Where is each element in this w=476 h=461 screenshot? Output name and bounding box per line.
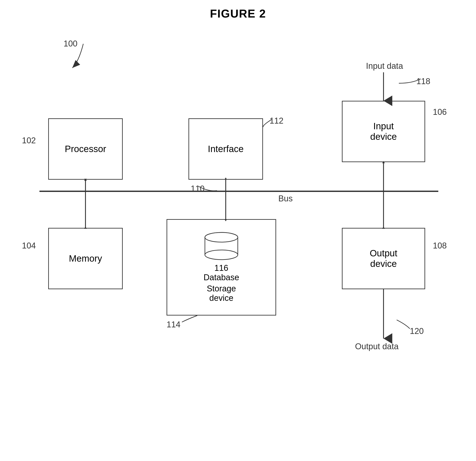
figure-title: FIGURE 2 — [210, 7, 266, 20]
storage-device-box: 116 Database Storage device — [167, 219, 276, 316]
ref-102: 102 — [22, 136, 36, 145]
interface-box: Interface — [188, 118, 263, 180]
output-device-box: Output device — [342, 228, 425, 289]
output-data-label: Output data — [355, 342, 399, 351]
ref-114: 114 — [167, 320, 180, 329]
diagram-container: FIGURE 2 100 Processor 102 Interface 112… — [0, 0, 476, 461]
bus-label: Bus — [278, 194, 293, 203]
svg-point-4 — [205, 250, 238, 260]
processor-box: Processor — [48, 118, 123, 180]
ref-106: 106 — [433, 107, 447, 117]
ref-112: 112 — [270, 116, 283, 126]
ref-118: 118 — [416, 77, 430, 86]
bus-line — [39, 191, 438, 192]
ref-120: 120 — [410, 327, 424, 336]
ref-108: 108 — [433, 241, 447, 251]
ref-104: 104 — [22, 241, 36, 251]
database-cylinder — [202, 232, 241, 262]
input-device-box: Input device — [342, 101, 425, 162]
ref-100: 100 — [64, 39, 77, 48]
input-data-label: Input data — [366, 61, 403, 71]
memory-box: Memory — [48, 228, 123, 289]
svg-point-5 — [205, 233, 238, 242]
ref-110: 110 — [191, 184, 204, 193]
